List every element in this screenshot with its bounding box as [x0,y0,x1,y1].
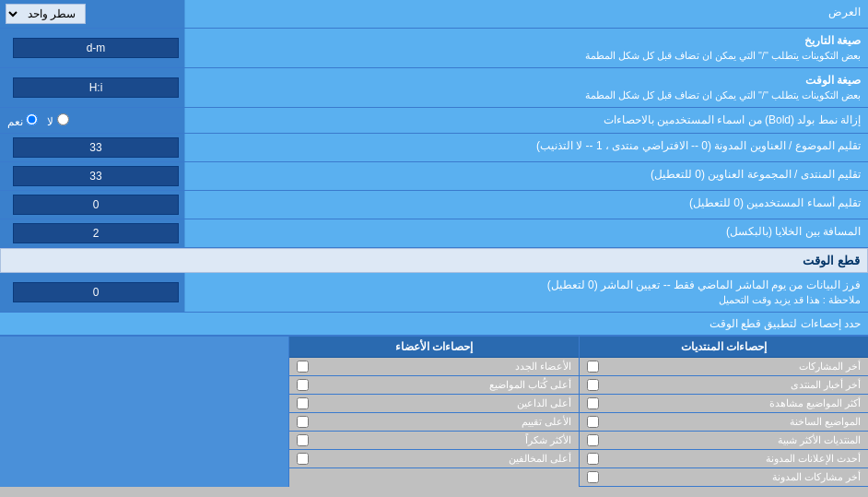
stat-item-posts-0: أخر المشاركات [580,358,868,376]
topics-input[interactable] [13,137,179,158]
stat-checkbox-posts-4[interactable] [587,434,599,446]
stat-item-posts-5: أحدث الإعلانات المدونة [580,450,868,468]
members-stats-col: إحصاءات الأعضاء الأعضاء الجدد أعلى كُتاب… [288,337,578,487]
stats-grid: إحصاءات المنتديات أخر المشاركات أخر أخبا… [0,336,868,487]
stat-checkbox-posts-0[interactable] [587,361,599,373]
forum-label: تقليم المنتدى / المجموعة العناوين (0 للت… [184,162,868,190]
posts-stats-header: إحصاءات المنتديات [580,337,868,358]
users-input[interactable] [13,195,179,215]
stat-item-posts-1: أخر أخبار المنتدى [580,376,868,395]
stat-checkbox-members-5[interactable] [297,453,309,465]
members-stats-header: إحصاءات الأعضاء [289,337,578,358]
stat-checkbox-posts-1[interactable] [587,379,599,391]
stat-checkbox-members-0[interactable] [297,361,309,373]
date-format-label: صيغة التاريخ بعض التكوينات يتطلب "/" الت… [184,29,868,67]
time-format-label: صيغة الوقت بعض التكوينات يتطلب "/" التي … [184,68,868,107]
cutoff-section-header: قطع الوقت [0,248,868,273]
bold-no-label: لا [47,113,68,128]
bold-label: إزالة نمط بولد (Bold) من اسماء المستخدمي… [184,108,868,133]
stat-checkbox-posts-2[interactable] [587,397,599,409]
display-dropdown[interactable]: سطر واحد سطرين ثلاثة أسطر [6,4,86,24]
empty-col [0,337,288,487]
stat-checkbox-members-3[interactable] [297,416,309,428]
posts-stats-col: إحصاءات المنتديات أخر المشاركات أخر أخبا… [579,337,868,487]
spacing-label: المسافة بين الخلايا (بالبكسل) [184,219,868,247]
spacing-input[interactable] [13,223,179,243]
stat-checkbox-members-2[interactable] [297,397,309,409]
stat-checkbox-members-1[interactable] [297,379,309,391]
bold-yes-label: نعم [7,113,38,128]
stat-item-posts-6: أخر مشاركات المدونة [580,468,868,487]
stat-item-members-3: الأعلى تقييم [289,413,578,432]
stat-checkbox-posts-5[interactable] [587,453,599,465]
stat-item-posts-4: المنتديات الأكثر شبية [580,432,868,450]
cutoff-label: فرز البيانات من يوم الماشر الماضي فقط --… [184,273,868,312]
date-format-input[interactable] [13,38,179,58]
stat-item-members-4: الأكثر شكراً [289,432,578,450]
stat-item-posts-2: أكثر المواضيع مشاهدة [580,395,868,413]
stat-item-members-2: أعلى الداعين [289,395,578,413]
ard-label: العرض [184,0,868,28]
main-container: العرض سطر واحد سطرين ثلاثة أسطر صيغة الت… [0,0,868,487]
topics-label: تقليم الموضوع / العناوين المدونة (0 -- ا… [184,134,868,161]
cutoff-input[interactable] [13,282,179,302]
stat-checkbox-members-4[interactable] [297,434,309,446]
stat-item-members-0: الأعضاء الجدد [289,358,578,376]
bold-yes-radio[interactable] [26,113,38,125]
stat-checkbox-posts-3[interactable] [587,416,599,428]
bold-no-radio[interactable] [57,113,69,125]
stat-item-members-1: أعلى كُتاب المواضيع [289,376,578,395]
users-label: تقليم أسماء المستخدمين (0 للتعطيل) [184,191,868,219]
stat-checkbox-posts-6[interactable] [587,471,599,483]
time-format-input[interactable] [13,77,179,98]
forum-input[interactable] [13,166,179,186]
stat-item-posts-3: المواضيع الساخنة [580,413,868,432]
limit-label: حدد إحصاءات لتطبيق قطع الوقت [7,317,861,330]
stat-item-members-5: أعلى المخالفين [289,450,578,468]
